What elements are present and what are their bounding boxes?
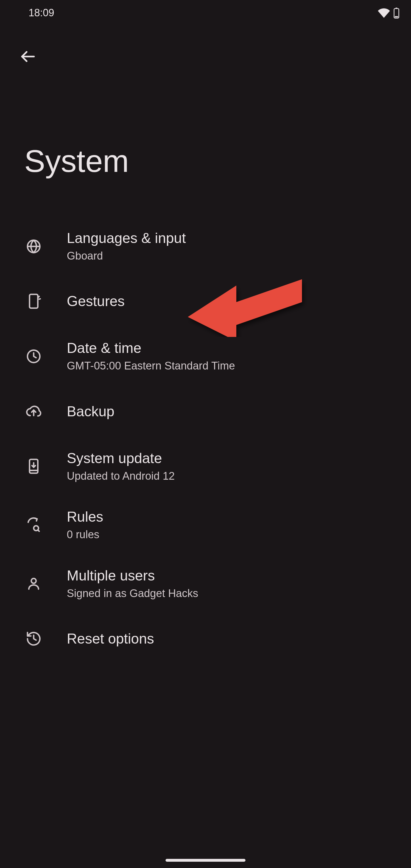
item-text: Multiple users Signed in as Gadget Hacks <box>67 567 198 600</box>
item-title: Backup <box>67 403 115 420</box>
status-bar: 18:09 <box>0 0 411 26</box>
item-text: Gestures <box>67 293 125 310</box>
settings-item-multiple-users[interactable]: Multiple users Signed in as Gadget Hacks <box>0 555 411 613</box>
item-text: Languages & input Gboard <box>67 229 186 263</box>
nav-handle[interactable] <box>165 859 246 862</box>
item-title: Rules <box>67 508 103 525</box>
settings-item-backup[interactable]: Backup <box>0 386 411 437</box>
settings-item-rules[interactable]: Rules 0 rules <box>0 496 411 554</box>
back-button[interactable] <box>14 43 42 71</box>
item-subtitle: Updated to Android 12 <box>67 469 175 483</box>
item-title: Multiple users <box>67 567 198 584</box>
app-bar <box>0 40 411 74</box>
item-text: Date & time GMT-05:00 Eastern Standard T… <box>67 340 235 373</box>
system-update-icon <box>20 458 48 474</box>
rules-icon <box>20 517 48 533</box>
status-right <box>378 7 400 19</box>
item-title: Languages & input <box>67 229 186 247</box>
item-title: System update <box>67 450 175 467</box>
status-time: 18:09 <box>29 7 54 19</box>
gesture-phone-icon <box>20 293 48 310</box>
clock-icon <box>20 348 48 365</box>
wifi-icon <box>378 7 390 19</box>
item-text: Backup <box>67 403 115 420</box>
settings-item-system-update[interactable]: System update Updated to Android 12 <box>0 437 411 496</box>
item-subtitle: GMT-05:00 Eastern Standard Time <box>67 359 235 373</box>
settings-item-date-time[interactable]: Date & time GMT-05:00 Eastern Standard T… <box>0 327 411 385</box>
svg-rect-2 <box>395 16 398 18</box>
item-text: Rules 0 rules <box>67 508 103 541</box>
svg-rect-6 <box>30 294 38 308</box>
settings-item-reset-options[interactable]: Reset options <box>0 613 411 664</box>
history-icon <box>20 630 48 647</box>
arrow-back-icon <box>20 49 36 66</box>
item-text: Reset options <box>67 630 154 647</box>
settings-item-gestures[interactable]: Gestures <box>0 276 411 327</box>
item-title: Gestures <box>67 293 125 310</box>
settings-item-languages-input[interactable]: Languages & input Gboard <box>0 217 411 276</box>
item-text: System update Updated to Android 12 <box>67 450 175 483</box>
item-title: Date & time <box>67 340 235 356</box>
item-title: Reset options <box>67 630 154 647</box>
globe-icon <box>20 238 48 255</box>
page-title: System <box>24 143 129 179</box>
svg-rect-1 <box>396 8 398 9</box>
settings-list: Languages & input Gboard Gestures Date &… <box>0 217 411 664</box>
item-subtitle: Gboard <box>67 249 186 263</box>
item-subtitle: Signed in as Gadget Hacks <box>67 586 198 600</box>
svg-point-13 <box>31 579 36 583</box>
battery-icon <box>393 7 400 19</box>
item-subtitle: 0 rules <box>67 528 103 541</box>
cloud-upload-icon <box>20 403 48 420</box>
person-icon <box>20 575 48 592</box>
